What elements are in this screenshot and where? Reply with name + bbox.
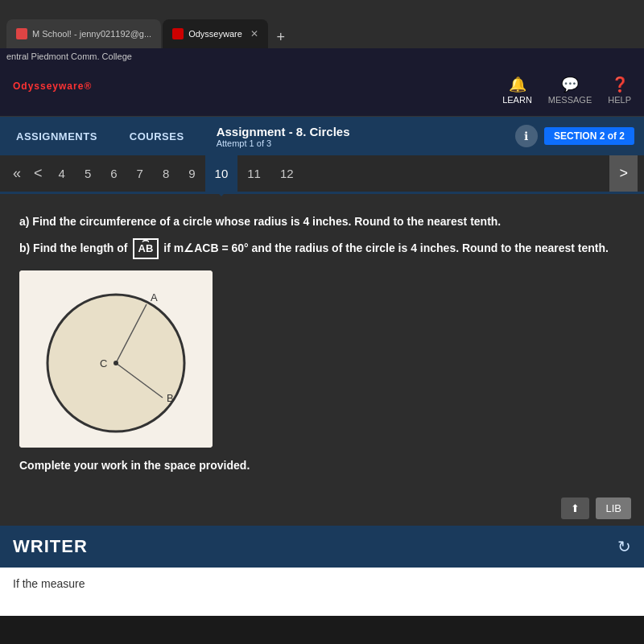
- page-10[interactable]: 10: [205, 155, 238, 192]
- upload-button[interactable]: ⬆: [561, 497, 589, 519]
- top-nav-bar: ASSIGNMENTS COURSES Assignment - 8. Circ…: [0, 117, 644, 155]
- nav-assignments[interactable]: ASSIGNMENTS: [0, 117, 114, 155]
- writer-section-header: WRITER ↻: [0, 526, 644, 568]
- header-nav: 🔔 LEARN 💬 MESSAGE ❓ HELP: [502, 76, 631, 105]
- tab-close-icon[interactable]: ✕: [250, 28, 258, 39]
- page-8[interactable]: 8: [153, 155, 179, 192]
- action-bar: ⬆ LIB: [0, 491, 644, 526]
- app-header: Odysseyware® 🔔 LEARN 💬 MESSAGE ❓ HELP: [0, 64, 644, 117]
- svg-point-4: [114, 361, 118, 365]
- complete-instruction: Complete your work in the space provided…: [19, 459, 625, 472]
- odysseyware-favicon: [172, 28, 184, 39]
- tab-odysseyware-label: Odysseyware: [188, 29, 242, 39]
- message-icon: 💬: [561, 76, 579, 93]
- help-label: HELP: [608, 95, 631, 105]
- page-9[interactable]: 9: [179, 155, 204, 192]
- assignment-subtitle: Attempt 1 of 3: [217, 138, 499, 148]
- browser-chrome: M School! - jenny021192@g... Odysseyware…: [0, 0, 644, 48]
- info-button[interactable]: ℹ: [515, 125, 538, 147]
- label-c: C: [100, 357, 107, 369]
- nav-prev-arrow[interactable]: <: [27, 155, 49, 192]
- page-12[interactable]: 12: [270, 155, 303, 192]
- new-tab-button[interactable]: +: [270, 26, 292, 48]
- message-label: MESSAGE: [548, 95, 592, 105]
- label-a: A: [151, 291, 158, 303]
- writer-refresh-icon[interactable]: ↻: [617, 537, 631, 556]
- tab-odysseyware[interactable]: Odysseyware ✕: [163, 19, 268, 48]
- help-icon: ❓: [611, 76, 629, 93]
- tab-bar: M School! - jenny021192@g... Odysseyware…: [6, 0, 638, 48]
- app-logo: Odysseyware®: [13, 77, 92, 103]
- gmail-favicon: [16, 28, 27, 39]
- page-4[interactable]: 4: [49, 155, 75, 192]
- circle-diagram: A B C: [19, 270, 213, 448]
- nav-learn[interactable]: 🔔 LEARN: [502, 76, 532, 105]
- main-content: a) Find the circumference of a circle wh…: [0, 194, 644, 491]
- page-5[interactable]: 5: [75, 155, 101, 192]
- question-b-post: if m∠ACB = 60° and the radius of the cir…: [163, 240, 609, 257]
- page-navigator: « < 4 5 6 7 8 9 10 11 12 >: [0, 155, 644, 194]
- school-name: entral Piedmont Comm. College: [6, 52, 132, 61]
- question-part-a: a) Find the circumference of a circle wh…: [19, 213, 625, 230]
- info-icon: ℹ: [524, 130, 528, 142]
- page-6[interactable]: 6: [101, 155, 126, 192]
- learn-label: LEARN: [502, 95, 532, 105]
- library-label: LIB: [605, 502, 621, 514]
- school-bar: entral Piedmont Comm. College: [0, 48, 644, 64]
- nav-courses[interactable]: COURSES: [114, 117, 200, 155]
- nav-first-arrow[interactable]: «: [6, 155, 27, 192]
- writer-input-area[interactable]: If the measure: [0, 568, 644, 616]
- nav-next-arrow[interactable]: >: [609, 155, 638, 192]
- courses-label: COURSES: [130, 130, 184, 142]
- tab-gmail-label: M School! - jenny021192@g...: [32, 29, 151, 39]
- nav-message[interactable]: 💬 MESSAGE: [548, 76, 592, 105]
- upload-icon: ⬆: [571, 502, 580, 514]
- logo-mark: ®: [84, 80, 92, 92]
- assignment-info: Assignment - 8. Circles Attempt 1 of 3: [200, 125, 515, 148]
- section-badge: SECTION 2 of 2: [544, 127, 634, 145]
- learn-icon: 🔔: [509, 76, 526, 93]
- logo-text: Odysseyware: [13, 80, 84, 92]
- library-button[interactable]: LIB: [596, 497, 631, 519]
- assignment-title: Assignment - 8. Circles: [217, 125, 499, 138]
- tab-gmail[interactable]: M School! - jenny021192@g...: [6, 19, 161, 48]
- page-7[interactable]: 7: [127, 155, 153, 192]
- page-11[interactable]: 11: [237, 155, 270, 192]
- writer-content: If the measure: [13, 577, 85, 590]
- label-b: B: [167, 392, 174, 404]
- circle-svg: A B C: [19, 270, 213, 448]
- assignments-label: ASSIGNMENTS: [16, 130, 97, 142]
- writer-title: WRITER: [13, 536, 88, 557]
- question-b-pre: b) Find the length of: [19, 240, 128, 257]
- question-part-b: b) Find the length of AB if m∠ACB = 60° …: [19, 238, 625, 259]
- nav-help[interactable]: ❓ HELP: [608, 76, 631, 105]
- arc-label: AB: [133, 238, 159, 259]
